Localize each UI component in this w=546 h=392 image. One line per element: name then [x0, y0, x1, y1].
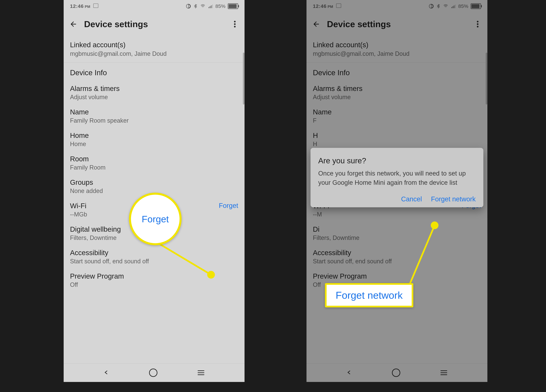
dialog-cancel-button[interactable]: Cancel	[401, 196, 422, 203]
home-row[interactable]: Home Home	[64, 128, 245, 151]
preview-program-row[interactable]: Preview Program Off	[64, 268, 245, 292]
nfc-icon	[186, 4, 191, 9]
phone-screenshot-left: 12:46 PM 85% Device settings	[64, 0, 245, 382]
room-row[interactable]: Room Family Room	[64, 151, 245, 175]
battery-percent: 85%	[215, 3, 225, 9]
svg-point-4	[234, 21, 236, 22]
status-bar: 12:46 PM 85%	[64, 0, 245, 12]
wifi-row[interactable]: Wi-Fi --MGb Forget	[64, 198, 245, 222]
app-bar: Device settings	[64, 12, 245, 36]
svg-rect-0	[208, 7, 209, 8]
nav-recents-button[interactable]	[198, 370, 204, 375]
wifi-icon	[200, 4, 206, 8]
svg-rect-3	[212, 5, 213, 8]
alarms-timers-row[interactable]: Alarms & timers Adjust volume	[64, 81, 245, 104]
digital-wellbeing-row[interactable]: Digital wellbeing Filters, Downtime	[64, 222, 245, 245]
linked-accounts-value: mgbmusic@gmail.com, Jaime Doud	[70, 50, 238, 57]
svg-rect-1	[210, 6, 210, 8]
signal-icon	[208, 4, 213, 8]
battery-icon	[228, 3, 238, 9]
canvas: 12:46 PM 85% Device settings	[0, 0, 546, 392]
status-time: 12:46	[70, 3, 84, 9]
wifi-forget-link[interactable]: Forget	[219, 202, 238, 209]
settings-content: Linked account(s) mgbmusic@gmail.com, Ja…	[64, 36, 245, 364]
overflow-menu-button[interactable]	[230, 19, 240, 29]
device-info-header: Device Info	[64, 63, 245, 81]
back-button[interactable]	[68, 19, 78, 29]
linked-accounts-row[interactable]: Linked account(s) mgbmusic@gmail.com, Ja…	[64, 36, 245, 63]
bluetooth-icon	[193, 4, 198, 9]
page-title: Device settings	[84, 19, 230, 29]
svg-rect-2	[211, 5, 212, 8]
dialog-body: Once you forget this network, you will n…	[318, 169, 476, 188]
scrollbar-thumb[interactable]	[243, 52, 245, 105]
navigation-bar	[64, 363, 245, 382]
dialog-title: Are you sure?	[318, 156, 476, 165]
svg-point-6	[234, 26, 236, 27]
nav-home-button[interactable]	[149, 369, 157, 377]
status-card-icon	[93, 4, 98, 8]
phone-screenshot-right: 12:46 PM 85% Device settings	[306, 0, 488, 382]
linked-accounts-label: Linked account(s)	[70, 41, 238, 49]
accessibility-row[interactable]: Accessibility Start sound off, end sound…	[64, 245, 245, 268]
svg-point-5	[234, 23, 236, 25]
name-row[interactable]: Name Family Room speaker	[64, 104, 245, 128]
groups-row[interactable]: Groups None added	[64, 175, 245, 198]
status-ampm: PM	[85, 5, 90, 9]
dialog-confirm-button[interactable]: Forget network	[431, 196, 476, 203]
nav-back-button[interactable]	[104, 369, 109, 377]
confirm-dialog: Are you sure? Once you forget this netwo…	[311, 148, 483, 207]
